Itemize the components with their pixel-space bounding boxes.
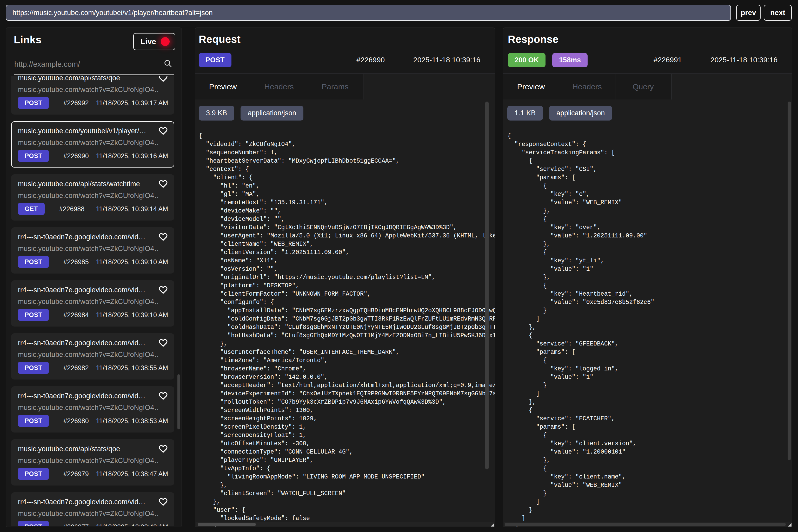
- link-timestamp: 11/18/2025, 10:39:10 AM: [96, 258, 168, 266]
- link-meta-row: POST #226990 11/18/2025, 10:39:16 AM: [18, 150, 170, 162]
- link-card[interactable]: music.youtube.com/api/stats/watchtime mu…: [11, 174, 174, 221]
- request-vertical-scrollbar-thumb[interactable]: [485, 101, 489, 469]
- link-card[interactable]: rr4---sn-t0aedn7e.googlevideo.com/vid… m…: [11, 492, 174, 526]
- request-meta-badges: 3.9 KB application/json: [199, 106, 495, 120]
- links-panel: Links Live music.youtube.com/api/stats/q…: [6, 27, 182, 527]
- live-toggle-label: Live: [140, 37, 156, 46]
- heart-icon[interactable]: [158, 179, 168, 188]
- link-subtitle: music.youtube.com/watch?v=ZkCUfoNgIO4…: [18, 298, 158, 306]
- tab-headers[interactable]: Headers: [559, 74, 615, 100]
- link-id: #226985: [63, 258, 89, 266]
- request-tabs: PreviewHeadersParams: [195, 74, 495, 100]
- link-card[interactable]: rr4---sn-t0aedn7e.googlevideo.com/vid… m…: [11, 386, 174, 433]
- response-panel: Response 200 OK 158ms #226991 2025-11-18…: [503, 27, 792, 527]
- link-subtitle: music.youtube.com/watch?v=ZkCUfoNgIO4…: [18, 457, 158, 465]
- prev-button[interactable]: prev: [736, 5, 761, 21]
- response-header-meta: 200 OK 158ms #226991 2025-11-18 10:39:16: [508, 52, 792, 68]
- link-title: rr4---sn-t0aedn7e.googlevideo.com/vid…: [18, 233, 153, 241]
- link-card[interactable]: music.youtube.com/api/stats/qoe music.yo…: [11, 439, 174, 486]
- links-scrollbar-thumb[interactable]: [177, 374, 180, 430]
- request-horizontal-scrollbar[interactable]: [196, 522, 494, 527]
- link-id: #226979: [63, 470, 89, 478]
- link-id: #226988: [59, 205, 84, 213]
- links-panel-title: Links: [14, 34, 41, 46]
- link-timestamp: 11/18/2025, 10:39:17 AM: [96, 99, 168, 107]
- request-horizontal-scrollbar-thumb[interactable]: [198, 523, 256, 526]
- link-card[interactable]: rr4---sn-t0aedn7e.googlevideo.com/vid… m…: [11, 227, 174, 273]
- link-title: music.youtube.com/api/stats/qoe: [18, 445, 153, 453]
- tab-preview[interactable]: Preview: [195, 74, 251, 100]
- search-icon[interactable]: [164, 59, 172, 68]
- link-title: rr4---sn-t0aedn7e.googlevideo.com/vid…: [18, 286, 153, 294]
- tab-query[interactable]: Query: [615, 74, 671, 100]
- resize-grip-icon: [788, 523, 792, 527]
- response-status-badge: 200 OK: [508, 53, 546, 67]
- link-card[interactable]: music.youtube.com/api/stats/qoe music.yo…: [11, 76, 174, 115]
- link-subtitle: music.youtube.com/watch?v=ZkCUfoNgIO4…: [18, 86, 158, 94]
- request-content-type-badge: application/json: [241, 106, 303, 120]
- link-card[interactable]: rr4---sn-t0aedn7e.googlevideo.com/vid… m…: [11, 280, 174, 326]
- heart-icon[interactable]: [158, 444, 168, 453]
- url-input[interactable]: [6, 5, 731, 21]
- response-vertical-scrollbar-thumb[interactable]: [787, 101, 791, 460]
- response-size-badge: 1.1 KB: [507, 106, 543, 120]
- request-body-json: { "videoId": "ZkCUfoNgIO4", "sequenceNum…: [199, 132, 495, 527]
- response-tabs: PreviewHeadersQuery: [503, 74, 792, 100]
- link-timestamp: 11/18/2025, 10:39:16 AM: [96, 152, 168, 160]
- link-subtitle: music.youtube.com/watch?v=ZkCUfoNgIO4…: [18, 139, 158, 147]
- tab-row-filler: [363, 74, 495, 100]
- method-badge: POST: [18, 256, 49, 268]
- heart-icon[interactable]: [158, 232, 168, 241]
- links-list: music.youtube.com/api/stats/qoe music.yo…: [11, 76, 174, 526]
- link-subtitle: music.youtube.com/watch?v=ZkCUfoNgIO4…: [18, 404, 158, 412]
- heart-icon[interactable]: [158, 339, 168, 347]
- link-subtitle: music.youtube.com/watch?v=ZkCUfoNgIO4…: [18, 245, 158, 253]
- link-title: music.youtube.com/youtubei/v1/player/…: [18, 127, 153, 135]
- link-search-input[interactable]: [14, 57, 151, 71]
- response-content-type-badge: application/json: [549, 106, 612, 120]
- request-panel-title: Request: [199, 34, 241, 45]
- method-badge: POST: [18, 97, 49, 109]
- live-indicator-dot: [161, 37, 170, 46]
- link-meta-row: POST #226982 11/18/2025, 10:38:55 AM: [18, 362, 170, 374]
- link-meta-row: GET #226988 11/18/2025, 10:39:14 AM: [18, 203, 170, 215]
- link-card[interactable]: rr4---sn-t0aedn7e.googlevideo.com/vid… m…: [11, 333, 174, 380]
- tab-row-filler: [671, 74, 792, 100]
- response-horizontal-scrollbar[interactable]: [504, 522, 792, 527]
- link-subtitle: music.youtube.com/watch?v=ZkCUfoNgIO4…: [18, 510, 158, 518]
- request-timestamp: 2025-11-18 10:39:16: [413, 56, 480, 64]
- method-badge: POST: [18, 150, 49, 162]
- link-title: rr4---sn-t0aedn7e.googlevideo.com/vid…: [18, 392, 153, 400]
- tab-preview[interactable]: Preview: [503, 74, 559, 100]
- link-id: #226980: [63, 417, 89, 425]
- tab-headers[interactable]: Headers: [251, 74, 307, 100]
- link-search-row: [14, 55, 174, 75]
- link-card[interactable]: music.youtube.com/youtubei/v1/player/… m…: [11, 121, 174, 168]
- link-meta-row: POST #226979 11/18/2025, 10:38:47 AM: [18, 468, 170, 480]
- live-toggle-button[interactable]: Live: [133, 33, 175, 50]
- request-id: #226990: [356, 56, 385, 64]
- link-meta-row: POST #226984 11/18/2025, 10:39:10 AM: [18, 309, 170, 321]
- heart-icon[interactable]: [158, 392, 168, 400]
- link-id: #226990: [63, 152, 89, 160]
- response-horizontal-scrollbar-thumb[interactable]: [505, 523, 786, 526]
- heart-icon[interactable]: [158, 127, 168, 135]
- method-badge: GET: [18, 203, 45, 215]
- next-button[interactable]: next: [764, 5, 792, 21]
- response-timestamp: 2025-11-18 10:39:16: [710, 56, 778, 64]
- heart-icon[interactable]: [158, 497, 168, 506]
- request-panel: Request POST #226990 2025-11-18 10:39:16…: [195, 27, 495, 527]
- link-subtitle: music.youtube.com/watch?v=ZkCUfoNgIO4…: [18, 192, 158, 200]
- link-timestamp: 11/18/2025, 10:39:10 AM: [96, 311, 168, 319]
- link-timestamp: 11/18/2025, 10:38:53 AM: [96, 417, 168, 425]
- link-title: rr4---sn-t0aedn7e.googlevideo.com/vid…: [18, 498, 153, 506]
- link-timestamp: 11/18/2025, 10:38:55 AM: [96, 364, 168, 372]
- link-meta-row: POST #226992 11/18/2025, 10:39:17 AM: [18, 97, 170, 109]
- heart-icon[interactable]: [158, 76, 168, 82]
- method-badge: POST: [18, 309, 49, 321]
- response-id: #226991: [653, 56, 682, 64]
- heart-icon[interactable]: [158, 285, 168, 294]
- link-title: rr4---sn-t0aedn7e.googlevideo.com/vid…: [18, 339, 153, 347]
- link-subtitle: music.youtube.com/watch?v=ZkCUfoNgIO4…: [18, 351, 158, 359]
- tab-params[interactable]: Params: [307, 74, 363, 100]
